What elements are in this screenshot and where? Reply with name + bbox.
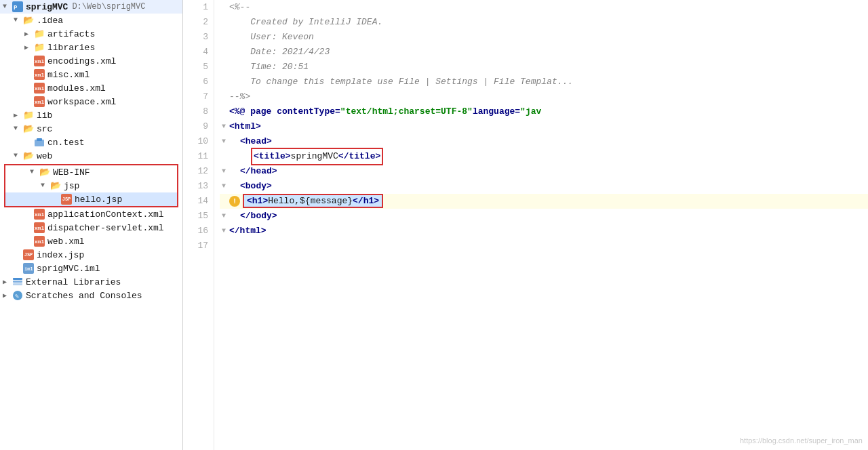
code-text: "text/html;charset=UTF-8" <box>340 104 473 119</box>
xml-file-icon: xml <box>34 209 45 220</box>
xml-file-icon: xml <box>34 222 45 233</box>
code-line-10: ▼ <head> <box>220 134 868 149</box>
arrow-icon <box>14 111 22 119</box>
misc-xml-label: misc.xml <box>47 70 90 80</box>
code-text: Time: 20:51 <box>229 60 309 75</box>
svg-text:P: P <box>14 5 18 12</box>
warning-icon: ! <box>229 196 240 207</box>
file-dispatcher-xml[interactable]: xml dispatcher-servlet.xml <box>0 221 182 234</box>
code-line-9: ▼ <html> <box>220 119 868 134</box>
folder-icon <box>23 15 34 26</box>
web-xml-label: web.xml <box>47 237 85 247</box>
code-text: language= <box>473 104 520 119</box>
svg-rect-3 <box>37 138 42 141</box>
folder-lib[interactable]: lib <box>0 108 182 122</box>
sprigmvc-iml-label: sprigMVC.iml <box>37 264 100 274</box>
code-text: <title> <box>254 149 291 164</box>
watermark: https://blog.csdn.net/super_iron_man <box>740 436 863 445</box>
file-modules-xml[interactable]: xml modules.xml <box>0 81 182 95</box>
jsp-folder-label: jsp <box>64 181 79 191</box>
file-web-xml[interactable]: xml web.xml <box>0 234 182 248</box>
external-libraries-label: External Libraries <box>26 277 121 287</box>
code-text: springMVC <box>291 149 338 164</box>
file-sprigmvc-iml[interactable]: iml sprigMVC.iml <box>0 262 182 275</box>
external-libraries[interactable]: External Libraries <box>0 275 182 289</box>
code-line-3: User: Keveon <box>220 30 868 45</box>
code-line-12: ▼ </head> <box>220 164 868 179</box>
code-text: <%-- <box>229 0 250 15</box>
arrow-icon <box>24 43 33 52</box>
scratches-icon: ✎ <box>12 290 23 301</box>
web-label: web <box>37 151 52 161</box>
arrow-icon <box>14 152 22 160</box>
code-line-6: To change this template use File | Setti… <box>220 75 868 89</box>
code-line-5: Time: 20:51 <box>220 60 868 75</box>
folder-web-inf[interactable]: WEB-INF <box>5 165 177 179</box>
code-text: Created by IntelliJ IDEA. <box>229 15 382 30</box>
line-numbers: 1 2 3 4 5 6 7 8 9 10 11 12 13 14 15 16 1… <box>183 0 214 450</box>
folder-jsp[interactable]: jsp <box>5 179 177 192</box>
code-line-13: ▼ <body> <box>220 179 868 194</box>
arrow-icon <box>3 291 11 300</box>
folder-icon <box>23 110 34 121</box>
code-line-11: <title>springMVC</title> <box>220 149 868 164</box>
code-line-17 <box>220 239 868 253</box>
svg-rect-7 <box>13 281 22 283</box>
code-text: </head> <box>240 164 277 179</box>
file-hello-jsp[interactable]: JSP hello.jsp <box>5 192 177 206</box>
folder-libraries[interactable]: libraries <box>0 41 182 54</box>
fold-icon[interactable]: ▼ <box>220 182 228 190</box>
scratches-consoles[interactable]: ✎ Scratches and Consoles <box>0 289 182 302</box>
fold-icon[interactable]: ▼ <box>220 167 228 176</box>
title-highlight: <title>springMVC</title> <box>251 148 383 165</box>
code-line-8: <%@ page contentType="text/html;charset=… <box>220 104 868 119</box>
arrow-icon <box>3 278 11 286</box>
encodings-xml-label: encodings.xml <box>47 56 116 66</box>
project-root[interactable]: P sprigMVC D:\Web\sprigMVC <box>0 0 182 14</box>
workspace-xml-label: workspace.xml <box>47 97 116 107</box>
libraries-label: libraries <box>47 43 95 53</box>
file-misc-xml[interactable]: xml misc.xml <box>0 68 182 81</box>
code-text: </html> <box>229 224 267 239</box>
package-cn-test[interactable]: cn.test <box>0 136 182 149</box>
file-encodings-xml[interactable]: xml encodings.xml <box>0 54 182 68</box>
modules-xml-label: modules.xml <box>47 83 106 94</box>
code-text: Hello,${message} <box>268 196 353 206</box>
arrow-icon <box>30 168 38 176</box>
code-text: <html> <box>229 119 261 134</box>
jsp-file-icon: JSP <box>61 194 72 205</box>
src-label: src <box>37 124 52 134</box>
folder-icon <box>23 150 34 161</box>
jsp-file-icon: JSP <box>23 249 34 260</box>
code-line-4: Date: 2021/4/23 <box>220 45 868 60</box>
folder-icon <box>34 42 45 53</box>
xml-file-icon: xml <box>34 56 45 66</box>
xml-file-icon: xml <box>34 83 45 94</box>
fold-icon[interactable]: ▼ <box>220 123 228 131</box>
fold-icon[interactable]: ▼ <box>220 212 228 220</box>
folder-idea[interactable]: .idea <box>0 14 182 27</box>
code-line-16: ▼ </html> <box>220 224 868 239</box>
folder-src[interactable]: src <box>0 122 182 136</box>
arrow-icon <box>41 182 49 190</box>
file-index-jsp[interactable]: JSP index.jsp <box>0 248 182 262</box>
file-tree[interactable]: P sprigMVC D:\Web\sprigMVC .idea artifac… <box>0 0 183 450</box>
folder-artifacts[interactable]: artifacts <box>0 27 182 41</box>
project-name-label: sprigMVC <box>26 2 68 12</box>
iml-file-icon: iml <box>23 263 34 274</box>
file-appcontext-xml[interactable]: xml applicationContext.xml <box>0 207 182 221</box>
code-line-14: ! <h1>Hello,${message}</h1> <box>220 194 868 209</box>
file-workspace-xml[interactable]: xml workspace.xml <box>0 95 182 108</box>
folder-web[interactable]: web <box>0 149 182 163</box>
code-text: <body> <box>240 179 272 194</box>
folder-icon <box>23 123 34 134</box>
fold-icon[interactable]: ▼ <box>220 227 228 235</box>
arrow-icon <box>24 30 33 38</box>
code-editor[interactable]: 1 2 3 4 5 6 7 8 9 10 11 12 13 14 15 16 1… <box>183 0 868 450</box>
fold-icon[interactable]: ▼ <box>220 138 228 146</box>
index-jsp-label: index.jsp <box>37 250 84 260</box>
folder-idea-label: .idea <box>37 16 63 26</box>
hello-jsp-label: hello.jsp <box>75 195 122 205</box>
svg-rect-8 <box>13 283 22 285</box>
project-path-label: D:\Web\sprigMVC <box>72 2 145 12</box>
